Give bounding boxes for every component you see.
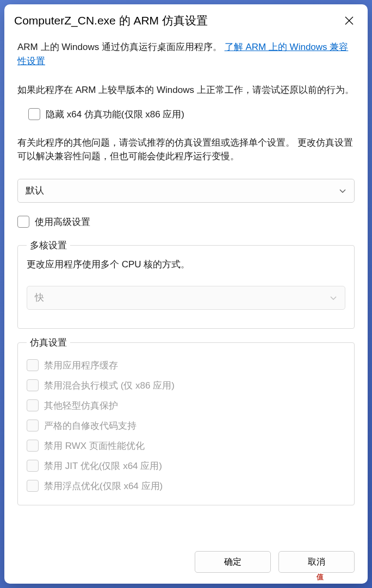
emu-opt-2-label: 其他轻型仿真保护	[44, 399, 118, 412]
preset-select[interactable]: 默认	[17, 179, 355, 203]
emu-opt-1-row: 禁用混合执行模式 (仅 x86 应用)	[27, 376, 345, 396]
emu-opt-4-label: 禁用 RWX 页面性能优化	[44, 440, 145, 452]
emu-opt-0-label: 禁用应用程序缓存	[44, 359, 118, 372]
legacy-paragraph: 如果此程序在 ARM 上较早版本的 Windows 上正常工作，请尝试还原以前的…	[17, 83, 355, 97]
preset-select-value: 默认	[26, 184, 44, 197]
ok-button[interactable]: 确定	[195, 551, 271, 573]
arm-emulation-dialog: ComputerZ_CN.exe 的 ARM 仿真设置 ARM 上的 Windo…	[4, 4, 368, 584]
dialog-content: ARM 上的 Windows 通过仿真运行桌面应用程序。 了解 ARM 上的 W…	[4, 35, 368, 543]
multicore-fieldset: 多核设置 更改应用程序使用多个 CPU 核的方式。 快	[17, 239, 355, 329]
emu-opt-4-row: 禁用 RWX 页面性能优化	[27, 436, 345, 456]
emulation-legend: 仿真设置	[27, 336, 70, 349]
other-issues-paragraph: 有关此程序的其他问题，请尝试推荐的仿真设置组或选择单个设置。 更改仿真设置可以解…	[17, 136, 355, 164]
advanced-checkbox[interactable]	[17, 216, 29, 228]
close-icon	[345, 16, 354, 25]
emu-opt-1-checkbox[interactable]	[27, 379, 39, 391]
emu-opt-4-checkbox[interactable]	[27, 440, 39, 452]
watermark-badge-icon: 值	[314, 572, 325, 583]
emu-opt-3-row: 严格的自修改代码支持	[27, 416, 345, 436]
intro-plain: ARM 上的 Windows 通过仿真运行桌面应用程序。	[17, 42, 222, 52]
emu-opt-2-checkbox[interactable]	[27, 399, 39, 411]
intro-text: ARM 上的 Windows 通过仿真运行桌面应用程序。 了解 ARM 上的 W…	[17, 40, 355, 68]
emu-opt-2-row: 其他轻型仿真保护	[27, 396, 345, 416]
emu-opt-6-row: 禁用浮点优化(仅限 x64 应用)	[27, 476, 345, 496]
multicore-select[interactable]: 快	[27, 286, 345, 310]
dialog-footer: 确定 取消	[4, 543, 368, 584]
emu-opt-0-row: 禁用应用程序缓存	[27, 355, 345, 376]
emu-opt-6-checkbox[interactable]	[27, 480, 39, 492]
emu-opt-6-label: 禁用浮点优化(仅限 x64 应用)	[44, 480, 163, 492]
emulation-fieldset: 仿真设置 禁用应用程序缓存 禁用混合执行模式 (仅 x86 应用) 其他轻型仿真…	[17, 336, 355, 505]
cancel-button[interactable]: 取消	[278, 551, 355, 573]
hide-x64-checkbox[interactable]	[28, 108, 40, 120]
chevron-down-icon	[339, 187, 346, 195]
advanced-label: 使用高级设置	[35, 216, 90, 228]
emu-opt-1-label: 禁用混合执行模式 (仅 x86 应用)	[44, 379, 175, 392]
hide-x64-label: 隐藏 x64 仿真功能(仅限 x86 应用)	[46, 108, 184, 121]
watermark: 值 什么值得买	[314, 572, 367, 583]
watermark-text: 什么值得买	[328, 572, 367, 582]
chevron-down-icon	[330, 294, 337, 302]
hide-x64-row: 隐藏 x64 仿真功能(仅限 x86 应用)	[28, 105, 355, 124]
multicore-description: 更改应用程序使用多个 CPU 核的方式。	[27, 258, 345, 271]
dialog-title: ComputerZ_CN.exe 的 ARM 仿真设置	[14, 13, 208, 28]
titlebar: ComputerZ_CN.exe 的 ARM 仿真设置	[4, 4, 368, 35]
emu-opt-3-checkbox[interactable]	[27, 420, 39, 431]
advanced-row: 使用高级设置	[17, 212, 355, 232]
multicore-select-value: 快	[35, 291, 44, 304]
emu-opt-3-label: 严格的自修改代码支持	[44, 420, 137, 432]
emu-opt-5-label: 禁用 JIT 优化(仅限 x64 应用)	[44, 460, 162, 472]
emu-opt-0-checkbox[interactable]	[27, 359, 39, 371]
emu-opt-5-checkbox[interactable]	[27, 460, 39, 472]
emu-opt-5-row: 禁用 JIT 优化(仅限 x64 应用)	[27, 456, 345, 476]
multicore-legend: 多核设置	[27, 239, 70, 252]
close-button[interactable]	[340, 12, 358, 29]
